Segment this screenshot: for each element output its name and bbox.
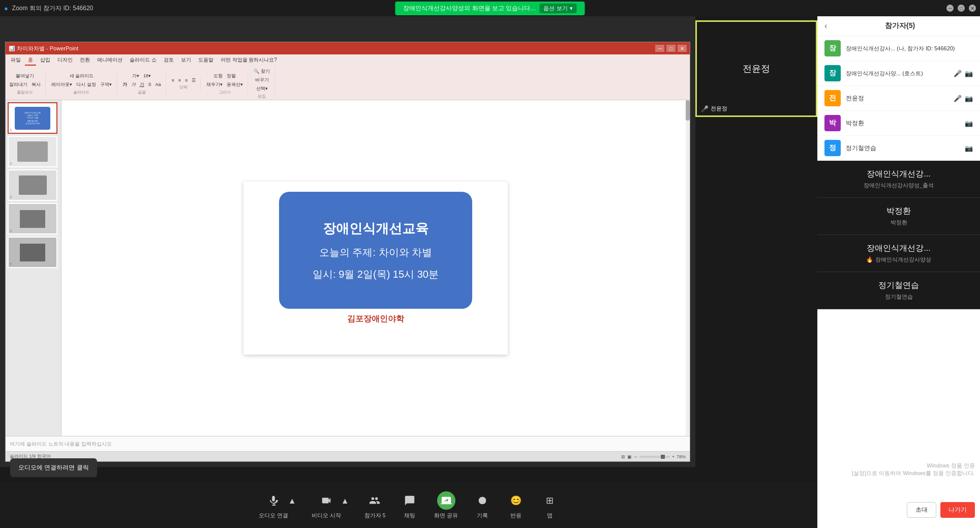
record-button[interactable]: 기록 [473,491,492,519]
collapse-button[interactable]: ‹ [824,21,827,31]
align-left-button[interactable]: ≡ [170,77,176,83]
ppt-tab-view[interactable]: 보기 [178,55,194,66]
leave-panel-button[interactable]: 나가기 [940,502,975,518]
audio-label: 오디오 연결 [259,512,288,519]
avatar: 장 [824,65,841,81]
minimize-button[interactable]: ─ [946,5,954,12]
windows-watermark: Windows 정품 인증 [설정]으로 이동하여 Windows를 정품 인증… [852,462,975,477]
video-label: 비디오 시작 [312,512,341,519]
video-icon: 📷 [965,120,973,127]
italic-button[interactable]: 가 [130,81,137,89]
options-button[interactable]: 옵션 보기 ▾ [539,4,576,13]
close-button[interactable]: ✕ [969,5,976,12]
slide-number-5: 5 [10,262,12,267]
slide-thumbnail-1[interactable]: 장애인식개선교육오늘의 주제차이와 차별9월 2일(목)김포장애인야학 1 [8,102,57,134]
reactions-button[interactable]: 😊 반응 [507,491,525,519]
chat-button[interactable]: 채팅 [401,491,419,519]
participant-icons: 📷 [965,120,973,127]
video-icon-toolbar [317,491,335,510]
replace-button[interactable]: 바꾸기 [254,76,270,84]
slide-scrollbar[interactable] [686,100,690,436]
shadow-button[interactable]: Aa [154,81,163,89]
video-icon: 📷 [965,144,973,152]
ribbon-group-drawing: 도형 정렬 채우기▾ 윤곽선▾ 그리기 [205,72,248,95]
invite-panel-button[interactable]: 초대 [907,502,936,518]
video-control: 비디오 시작 ▲ [312,491,349,519]
ppt-notes-area[interactable]: 여기에 슬라이드 노트의 내용을 입력하십시오 [6,436,690,451]
fill-button[interactable]: 채우기▾ [205,81,224,89]
bullet-button[interactable]: ☰ [190,77,197,83]
audio-connect-button[interactable]: 오디오 연결 [259,491,288,519]
maximize-button[interactable]: □ [958,5,965,12]
slide-thumbnail-5[interactable]: 5 [8,237,57,268]
find-button[interactable]: 🔍 찾기 [252,68,271,75]
video-start-button[interactable]: 비디오 시작 [312,491,341,519]
arrange-button[interactable]: 정렬 [225,72,237,80]
featured-video-tile: 전윤정 🎤 전윤정 [695,20,817,117]
participant-icons: 🎤 📷 [954,70,973,77]
ppt-close-button[interactable]: ✕ [678,45,687,52]
thumb-blue-box: 장애인식개선교육오늘의 주제차이와 차별9월 2일(목)김포장애인야학 [15,107,50,130]
reset-button[interactable]: 다시 설정 [75,81,98,89]
bold-button[interactable]: 가 [121,81,129,89]
section-button[interactable]: 구역▾ [99,81,113,89]
underline-button[interactable]: 가 [138,81,146,89]
audio-expand-icon[interactable]: ▲ [288,496,296,506]
ppt-notes-placeholder: 여기에 슬라이드 노트의 내용을 입력하십시오 [10,441,112,448]
slide-canvas: 장애인식개선교육 오늘의 주제: 차이와 차별 일시: 9월 2일(목) 15시… [243,182,508,355]
cut-button[interactable]: 잘라내기 [8,81,29,89]
slide-number-3: 3 [10,195,12,199]
align-right-button[interactable]: ≡ [183,77,189,83]
paste-button[interactable]: 붙여넣기 [14,72,36,80]
slide-thumbnail-3[interactable]: 3 [8,169,57,201]
layout-button[interactable]: 레이아웃▾ [50,81,74,89]
ribbon-group-paragraph: ≡ ≡ ≡ ☰ 단락 [170,77,201,90]
zoom-plus-button[interactable]: + [672,454,675,459]
new-slide-button[interactable]: 새 슬라이드 [68,72,96,80]
ppt-tab-design[interactable]: 디자인 [54,55,76,66]
ppt-minimize-button[interactable]: ─ [655,45,664,52]
font-family-button[interactable]: 가▾ [131,72,141,80]
ppt-tab-animations[interactable]: 애니메이션 [94,55,126,66]
apps-button[interactable]: ⊞ 앱 [540,491,559,519]
ppt-tab-transitions[interactable]: 전환 [77,55,93,66]
slide-thumbnail-4[interactable]: 4 [8,203,57,234]
strikethrough-button[interactable]: S [147,81,153,89]
outline-button[interactable]: 윤곽선▾ [225,81,244,89]
audio-control: 오디오 연결 ▲ [259,491,296,519]
tile-name: 박정환 [825,206,972,217]
slide-thumb-image-5 [9,238,56,267]
shapes-button[interactable]: 도형 [212,72,224,80]
zoom-minus-button[interactable]: ─ [634,454,637,459]
panel-actions: 초대 나가기 [907,502,975,518]
ppt-tab-slideshow[interactable]: 슬라이드 쇼 [127,55,160,66]
slide-thumb-image-4 [9,204,56,233]
video-icon: 📷 [965,95,973,102]
ppt-maximize-button[interactable]: □ [666,45,676,52]
slide-org: 김포장애인야학 [347,314,404,325]
ppt-tab-insert[interactable]: 삽입 [37,55,53,66]
video-tile: 장애인식개선강... 🔥장애인식개선강사양성 [817,235,980,272]
screen-share-button[interactable]: 화면 공유 [434,491,458,519]
scroll-thumb[interactable] [686,100,690,121]
video-expand-icon[interactable]: ▲ [341,496,349,506]
ppt-tab-search[interactable]: 어떤 작업을 원하시나요? [218,55,280,66]
slide-thumb-content-1: 장애인식개선교육오늘의 주제차이와 차별9월 2일(목)김포장애인야학 [10,104,55,132]
ppt-tab-help[interactable]: 도움말 [195,55,217,66]
slide-thumb-image-3 [9,170,56,200]
participant-name: 정기철연습 [846,144,960,153]
copy-button[interactable]: 복사 [30,81,42,89]
ppt-tab-file[interactable]: 파일 [8,55,24,66]
mic-muted-icon: 🎤 [954,70,962,77]
avatar: 정 [824,140,841,156]
font-size-button[interactable]: 18▾ [142,73,152,79]
align-center-button[interactable]: ≡ [177,77,182,83]
select-button[interactable]: 선택▾ [255,85,269,93]
participant-item: 정 정기철연습 📷 [817,136,980,161]
participants-button[interactable]: 참가자 5 [364,491,386,519]
ppt-tab-home[interactable]: 홈 [25,55,36,66]
ribbon-group-clipboard: 붙여넣기 잘라내기 복사 클립보드 [8,72,46,95]
slide-thumbnail-2[interactable]: 2 [8,136,57,167]
ppt-tab-review[interactable]: 검토 [161,55,177,66]
zoom-fit-button[interactable]: ⊞ [621,454,625,459]
